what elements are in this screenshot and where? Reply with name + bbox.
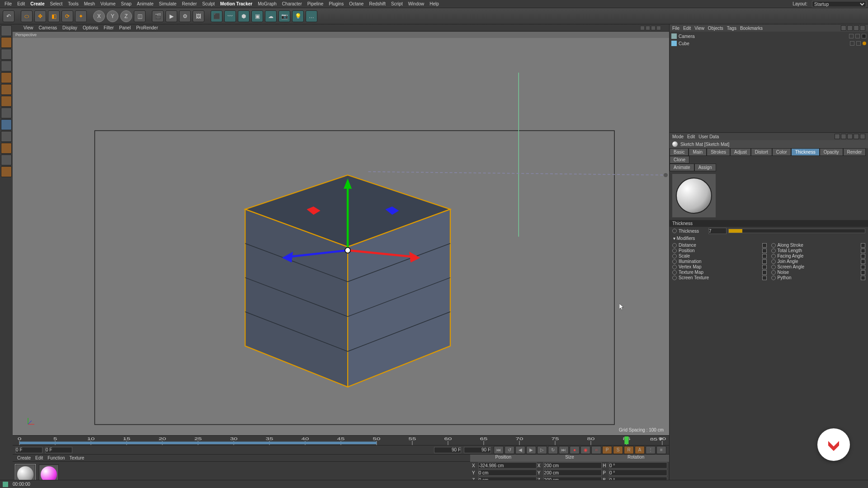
camera-active[interactable] [862, 34, 866, 38]
menu-pipeline[interactable]: Pipeline [305, 1, 326, 6]
rotate-tool[interactable]: ⟳ [61, 10, 73, 22]
am-search[interactable] [847, 134, 853, 139]
x-axis-toggle[interactable]: X [93, 10, 105, 22]
tab-main[interactable]: Main [689, 148, 707, 156]
tab-distort[interactable]: Distort [751, 148, 772, 156]
menu-edit[interactable]: Edit [14, 1, 28, 6]
menu-create[interactable]: Create [28, 1, 47, 6]
am-mode[interactable]: Mode [672, 134, 684, 139]
pos-X[interactable] [478, 462, 537, 469]
vm-display[interactable]: Display [60, 25, 80, 30]
add-environment[interactable]: ☁ [265, 10, 277, 22]
add-generator[interactable]: ⬢ [238, 10, 250, 22]
tab-render[interactable]: Render [843, 148, 866, 156]
modifier-distance[interactable]: Distance [672, 243, 767, 248]
tab-thickness[interactable]: Thickness [791, 148, 820, 156]
frame-out-a-input[interactable] [434, 447, 461, 453]
modifier-screen-texture[interactable]: Screen Texture [672, 275, 767, 280]
om-edit[interactable]: Edit [683, 26, 691, 31]
om-more[interactable] [860, 25, 865, 31]
uv-tool[interactable] [1, 166, 12, 177]
timeline-ruler[interactable]: 05101520253035404550556065707580859085 F [13, 435, 669, 445]
rot-P[interactable] [609, 469, 667, 476]
om-search[interactable] [841, 25, 846, 31]
next-key[interactable]: ↻ [548, 446, 558, 454]
model-mode[interactable] [1, 37, 12, 48]
am-back[interactable] [835, 134, 840, 139]
cube-render-vis[interactable] [856, 41, 861, 46]
snap-toggle[interactable] [1, 131, 12, 142]
om-objects[interactable]: Objects [708, 26, 723, 31]
goto-start[interactable]: ⏮ [494, 446, 504, 454]
matmenu-function[interactable]: Function [47, 455, 65, 460]
am-edit[interactable]: Edit [687, 134, 695, 139]
frame-start-input[interactable] [15, 447, 42, 453]
size-Y[interactable] [543, 469, 602, 476]
key-param[interactable]: A [635, 446, 645, 454]
make-editable-tool[interactable] [1, 25, 12, 36]
key-scale[interactable]: S [613, 446, 623, 454]
modifier-total-length[interactable]: Total Length [771, 248, 866, 253]
workplane-tool[interactable] [1, 143, 12, 154]
object-camera[interactable]: Camera [671, 33, 866, 40]
menu-sculpt[interactable]: Sculpt [199, 1, 217, 6]
key-selection[interactable]: ○ [591, 446, 601, 454]
vm-cameras[interactable]: Cameras [36, 25, 60, 30]
menu-character[interactable]: Character [279, 1, 305, 6]
frame-current-input[interactable] [45, 447, 72, 453]
menu-mesh[interactable]: Mesh [81, 1, 98, 6]
am-lock[interactable] [854, 134, 859, 139]
move-tool[interactable]: ✥ [34, 10, 46, 22]
menu-octane[interactable]: Octane [346, 1, 366, 6]
point-mode[interactable] [1, 72, 12, 83]
am-new[interactable] [860, 134, 865, 139]
tab-strokes[interactable]: Strokes [707, 148, 730, 156]
tab-assign[interactable]: Assign [694, 164, 716, 171]
modifier-facing-angle[interactable]: Facing Angle [771, 253, 866, 258]
add-deformer[interactable]: ▣ [251, 10, 263, 22]
add-more[interactable]: … [306, 10, 317, 22]
viewport[interactable]: Grid Spacing : 100 cm [13, 38, 669, 435]
axis-mode[interactable] [1, 108, 12, 118]
object-cube[interactable]: Cube [671, 40, 866, 47]
cube-visibility[interactable] [850, 41, 854, 46]
menu-motion-tracker[interactable]: Motion Tracker [217, 1, 255, 6]
vp-config2[interactable] [646, 26, 650, 30]
next-frame[interactable]: ▷ [537, 446, 547, 454]
add-camera[interactable]: 📷 [278, 10, 290, 22]
modifier-along-stroke[interactable]: Along Stroke [771, 243, 866, 248]
vm-filter[interactable]: Filter [101, 25, 116, 30]
om-view[interactable]: View [694, 26, 704, 31]
frame-out-b-input[interactable] [464, 447, 491, 453]
om-view-opts[interactable] [854, 25, 859, 31]
matmenu-edit[interactable]: Edit [35, 455, 43, 460]
modifier-texture-map[interactable]: Texture Map [672, 270, 767, 275]
menu-script[interactable]: Script [388, 1, 406, 6]
menu-snap[interactable]: Snap [118, 1, 134, 6]
menu-mograph[interactable]: MoGraph [255, 1, 279, 6]
key-rot[interactable]: R [624, 446, 634, 454]
vm-prorender[interactable]: ProRender [133, 25, 160, 30]
select-tool[interactable]: ⬭ [21, 10, 33, 22]
modifier-join-angle[interactable]: Join Angle [771, 259, 866, 264]
play[interactable]: ▶ [526, 446, 536, 454]
key-pos[interactable]: P [602, 446, 612, 454]
texture-mode[interactable] [1, 49, 12, 60]
picture-viewer[interactable]: 🖼 [193, 10, 204, 22]
menu-render[interactable]: Render [179, 1, 199, 6]
y-axis-toggle[interactable]: Y [107, 10, 118, 22]
cube-material-tag[interactable] [863, 42, 866, 45]
menu-volume[interactable]: Volume [98, 1, 118, 6]
edge-mode[interactable] [1, 84, 12, 95]
tab-basic[interactable]: Basic [670, 148, 689, 156]
render-view[interactable]: 🎬 [152, 10, 164, 22]
om-bookmarks[interactable]: Bookmarks [740, 26, 763, 31]
tab-opacity[interactable]: Opacity [820, 148, 843, 156]
thickness-slider[interactable] [728, 229, 865, 233]
modifier-vertex-map[interactable]: Vertex Map [672, 264, 767, 269]
goto-end[interactable]: ⏭ [559, 446, 569, 454]
z-axis-toggle[interactable]: Z [120, 10, 132, 22]
prev-key[interactable]: ↺ [505, 446, 514, 454]
size-X[interactable] [543, 462, 602, 469]
scale-tool[interactable]: ◧ [48, 10, 60, 22]
